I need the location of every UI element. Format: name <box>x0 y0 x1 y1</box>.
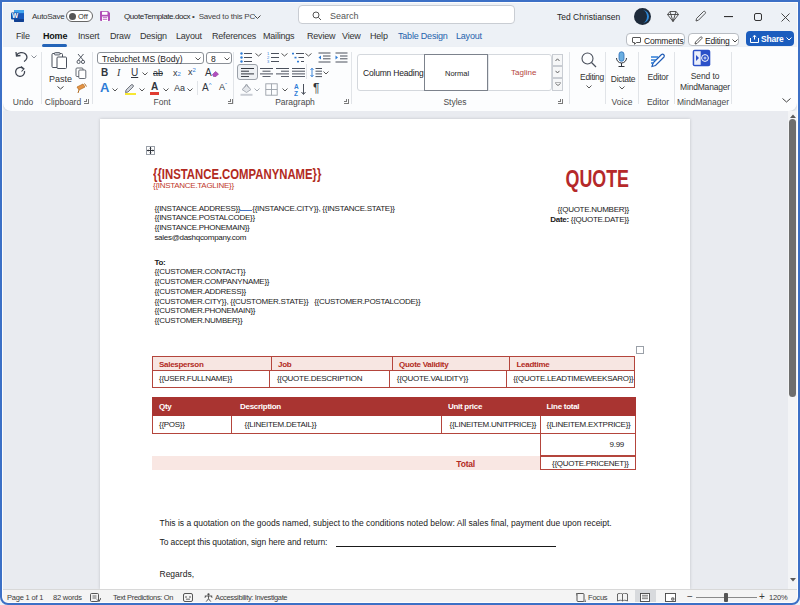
svg-text:W: W <box>12 12 19 19</box>
svg-text:A: A <box>100 81 110 94</box>
svg-text:A: A <box>294 83 299 90</box>
svg-text:3: 3 <box>267 59 270 63</box>
svg-text:Z: Z <box>294 90 298 96</box>
